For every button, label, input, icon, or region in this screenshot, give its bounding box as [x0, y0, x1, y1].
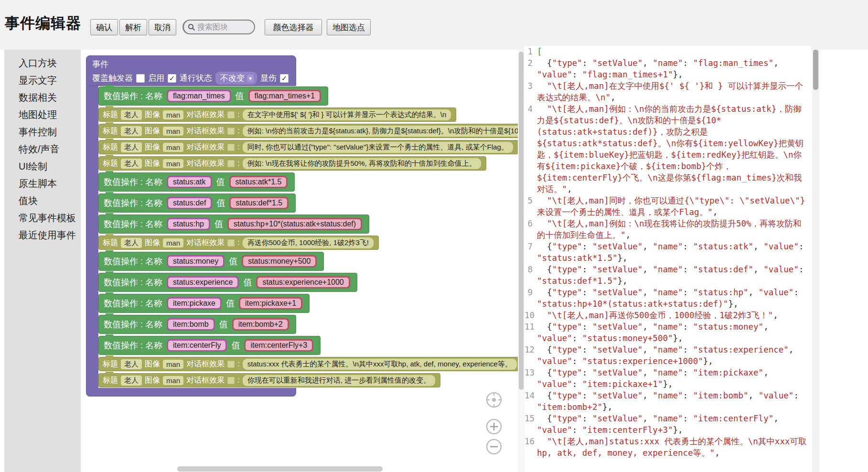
- zoom-reset-button[interactable]: [485, 391, 503, 409]
- image-chip[interactable]: man: [163, 238, 183, 247]
- sidebar-item-8[interactable]: 原生脚本: [4, 175, 81, 192]
- setvalue-block[interactable]: 数值操作 : 名称 status:hp 值 status:hp+10*(stat…: [98, 215, 369, 234]
- name-slot[interactable]: item:bomb: [167, 318, 215, 331]
- sidebar-item-3[interactable]: 数据相关: [4, 89, 81, 106]
- name-value: status:atk: [168, 177, 210, 187]
- name-slot[interactable]: item:pickaxe: [167, 297, 222, 310]
- sidebar-item-7[interactable]: UI绘制: [4, 158, 81, 175]
- dialogue-block[interactable]: 标题 老人 图像 man 对话框效果 : 例如: \n你的当前攻击力是${sta…: [98, 124, 518, 138]
- override-checkbox[interactable]: [136, 74, 145, 83]
- value-slot[interactable]: item:pickaxe+1: [239, 297, 302, 310]
- value-slot[interactable]: flag:man_times+1: [248, 90, 321, 102]
- value-slot[interactable]: status:atk*1.5: [229, 176, 288, 188]
- setvalue-block[interactable]: 数值操作 : 名称 status:atk 值 status:atk*1.5: [98, 172, 295, 192]
- name-slot[interactable]: flag:man_times: [167, 90, 231, 102]
- damage-checkbox[interactable]: ✓: [280, 74, 289, 83]
- dialogue-block[interactable]: 标题 老人 图像 man 对话框效果 : status:xxx 代表勇士的某个属…: [98, 357, 518, 371]
- image-chip[interactable]: man: [163, 127, 183, 136]
- setvalue-block[interactable]: 数值操作 : 名称 item:bomb 值 item:bomb+2: [98, 315, 296, 334]
- dialogue-text-field[interactable]: 同时, 你也可以通过{"type": "setValue"}来设置一个勇士的属性…: [243, 142, 513, 153]
- pass-state-dropdown[interactable]: 不改变 ▾: [215, 72, 257, 85]
- value-slot[interactable]: status:money+500: [242, 255, 317, 268]
- image-chip[interactable]: man: [163, 143, 183, 152]
- value-slot[interactable]: status:def*1.5: [229, 197, 289, 209]
- title-chip[interactable]: 老人: [121, 142, 142, 152]
- value-value: status:hp+10*(status:atk+status:def): [229, 219, 361, 229]
- name-value: flag:man_times: [168, 91, 230, 101]
- sidebar-item-10[interactable]: 常见事件模板: [4, 209, 81, 226]
- effect-slot[interactable]: [227, 377, 235, 384]
- zoom-in-button[interactable]: [485, 418, 503, 436]
- zoom-out-button[interactable]: [485, 438, 503, 456]
- line-number: 14: [525, 390, 537, 413]
- search-input[interactable]: [197, 23, 250, 32]
- color-picker-button[interactable]: 颜色选择器: [265, 19, 322, 35]
- effect-slot[interactable]: [227, 361, 235, 368]
- sidebar-item-11[interactable]: 最近使用事件: [4, 226, 81, 244]
- confirm-button[interactable]: 确认: [90, 19, 118, 35]
- title-chip[interactable]: 老人: [121, 359, 142, 369]
- value-slot[interactable]: item:bomb+2: [232, 318, 289, 331]
- image-chip[interactable]: man: [163, 159, 183, 168]
- effect-slot[interactable]: [227, 144, 235, 151]
- effect-slot[interactable]: [227, 128, 235, 135]
- code-scrollbar[interactable]: [813, 50, 818, 90]
- cancel-button[interactable]: 取消: [149, 19, 176, 35]
- dialogue-block[interactable]: 标题 老人 图像 man 对话框效果 : 你现在可以重新和我进行对话, 进一步看…: [98, 373, 440, 387]
- sidebar-item-6[interactable]: 特效/声音: [4, 140, 81, 158]
- setvalue-block[interactable]: 数值操作 : 名称 item:centerFly 值 item:centerFl…: [98, 336, 321, 355]
- sidebar-item-4[interactable]: 地图处理: [4, 106, 81, 123]
- title-chip[interactable]: 老人: [121, 375, 142, 386]
- title-chip[interactable]: 老人: [121, 110, 142, 120]
- workspace-vertical-scrollbar[interactable]: [519, 52, 524, 390]
- name-slot[interactable]: status:def: [167, 197, 212, 209]
- image-chip[interactable]: man: [163, 110, 183, 119]
- block-search-box[interactable]: [182, 20, 255, 34]
- value-slot[interactable]: item:centerFly+3: [244, 339, 313, 352]
- sidebar-item-2[interactable]: 显示文字: [4, 72, 81, 89]
- dialogue-text-field[interactable]: 再送你500金币, 1000经验, 1破2炸3飞!: [243, 237, 374, 248]
- sidebar-item-1[interactable]: 入口方块: [4, 54, 81, 72]
- dialogue-text-field[interactable]: status:xxx 代表勇士的某个属性。\n其中xxx可取hp, atk, d…: [243, 359, 517, 370]
- dialogue-text-field[interactable]: 例如: \n现在我将让你的攻防提升50%, 再将攻防和的十倍加到生命值上。: [243, 158, 481, 169]
- setvalue-block[interactable]: 数值操作 : 名称 item:pickaxe 值 item:pickaxe+1: [98, 294, 310, 313]
- dialogue-block[interactable]: 标题 老人 图像 man 对话框效果 : 同时, 你也可以通过{"type": …: [98, 140, 518, 154]
- enable-checkbox[interactable]: ✓: [168, 74, 176, 83]
- setvalue-block[interactable]: 数值操作 : 名称 status:def 值 status:def*1.5: [98, 193, 296, 213]
- setvalue-block[interactable]: 数值操作 : 名称 status:experience 值 status:exp…: [98, 273, 357, 292]
- value-slot[interactable]: status:experience+1000: [256, 276, 350, 289]
- line-number: 10: [525, 310, 537, 321]
- value-slot[interactable]: status:hp+10*(status:atk+status:def): [227, 218, 362, 230]
- name-slot[interactable]: status:experience: [167, 276, 239, 289]
- name-slot[interactable]: status:atk: [167, 176, 212, 188]
- image-chip[interactable]: man: [163, 376, 183, 385]
- sidebar-item-9[interactable]: 值块: [4, 192, 81, 209]
- parse-button[interactable]: 解析: [119, 19, 147, 35]
- title-chip[interactable]: 老人: [121, 238, 142, 248]
- dialogue-block[interactable]: 标题 老人 图像 man 对话框效果 : 例如: \n现在我将让你的攻防提升50…: [98, 156, 486, 171]
- dialogue-text-field[interactable]: 在文字中使用${' ${ '}和 } 可以计算并显示一个表达式的结果。\n: [243, 109, 451, 120]
- dialogue-block[interactable]: 标题 老人 图像 man 对话框效果 : 在文字中使用${' ${ '}和 } …: [98, 107, 456, 122]
- setvalue-block[interactable]: 数值操作 : 名称 flag:man_times 值 flag:man_time…: [98, 86, 328, 106]
- json-code-editor[interactable]: 1 [ 2 {"type": "setValue", "name": "flag…: [525, 46, 811, 472]
- setvalue-block[interactable]: 数值操作 : 名称 status:money 值 status:money+50…: [98, 252, 324, 271]
- image-chip[interactable]: man: [163, 360, 183, 369]
- dialogue-text-field[interactable]: 例如: \n你的当前攻击力是${status:atk}, 防御力是${statu…: [243, 126, 518, 137]
- effect-slot[interactable]: [227, 239, 235, 247]
- event-container-block[interactable]: 事件 覆盖触发器 启用 ✓ 通行状态 不改变 ▾ 显伤 ✓: [86, 55, 296, 86]
- title-chip[interactable]: 老人: [121, 126, 142, 136]
- effect-slot[interactable]: [227, 111, 235, 118]
- dialogue-block[interactable]: 标题 老人 图像 man 对话框效果 : 再送你500金币, 1000经验, 1…: [98, 236, 379, 250]
- setvalue-label: 数值操作 : 名称: [104, 319, 162, 330]
- map-pick-button[interactable]: 地图选点: [327, 19, 371, 35]
- name-slot[interactable]: status:money: [167, 255, 225, 268]
- name-slot[interactable]: status:hp: [167, 218, 210, 230]
- workspace-horizontal-scrollbar[interactable]: [177, 466, 383, 472]
- dialogue-text-field[interactable]: 你现在可以重新和我进行对话, 进一步看到属性值的改变。: [243, 375, 435, 386]
- sidebar-item-5[interactable]: 事件控制: [4, 123, 81, 140]
- name-slot[interactable]: item:centerFly: [167, 339, 227, 352]
- blockly-workspace[interactable]: 事件 覆盖触发器 启用 ✓ 通行状态 不改变 ▾ 显伤 ✓ 数值操作 : 名称 …: [81, 50, 518, 472]
- value-value: item:pickaxe+1: [240, 299, 301, 308]
- title-chip[interactable]: 老人: [121, 159, 142, 169]
- effect-slot[interactable]: [227, 160, 235, 167]
